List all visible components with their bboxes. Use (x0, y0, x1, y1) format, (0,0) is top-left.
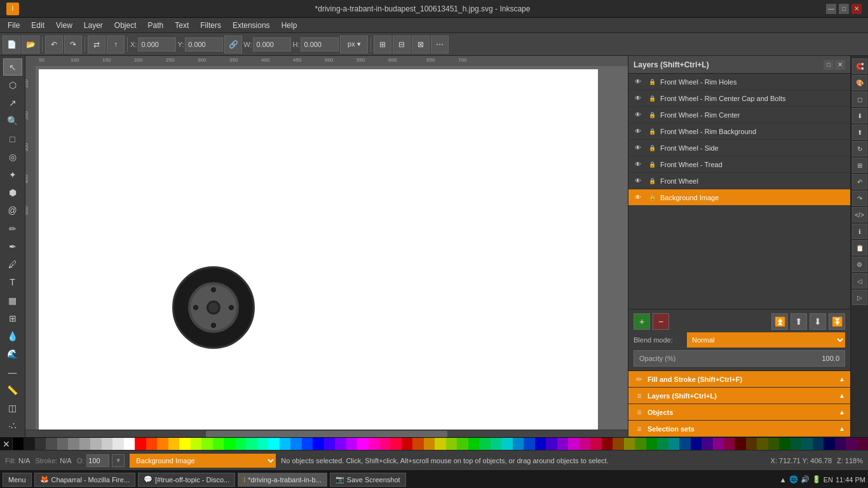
palette-color-26[interactable] (302, 438, 313, 451)
palette-color-3[interactable] (46, 438, 57, 451)
move-layer-top-button[interactable]: ⏫ (771, 313, 788, 330)
layer-item-2[interactable]: Front Wheel - Rim Center (628, 107, 850, 123)
tray-lang[interactable]: EN (824, 476, 833, 484)
palette-color-60[interactable] (679, 438, 690, 451)
lock-aspect-button[interactable]: 🔗 (224, 36, 242, 53)
spiral-tool[interactable]: @ (3, 202, 22, 219)
pen-tool[interactable]: ✒ (3, 238, 22, 255)
transform-button[interactable]: ↻ (852, 141, 867, 156)
star-tool[interactable]: ✦ (3, 166, 22, 183)
node-tool[interactable]: ⬡ (3, 76, 22, 93)
palette-color-69[interactable] (779, 438, 790, 451)
layers-panel-row[interactable]: ≡ Layers (Shift+Ctrl+L) ▲ (628, 388, 850, 404)
palette-color-58[interactable] (657, 438, 668, 451)
palette-color-64[interactable] (724, 438, 735, 451)
fill-dialog-button[interactable]: 🎨 (852, 75, 867, 90)
selection-sets-panel-row[interactable]: ≡ Selection sets ▲ (628, 421, 850, 437)
palette-color-75[interactable] (846, 438, 857, 451)
palette-color-37[interactable] (424, 438, 435, 451)
rect-tool[interactable]: □ (3, 130, 22, 147)
palette-color-50[interactable] (568, 438, 579, 451)
tweak-tool[interactable]: ↗ (3, 94, 22, 111)
circle-tool[interactable]: ◎ (3, 148, 22, 165)
palette-color-0[interactable] (13, 438, 24, 451)
layer-visibility-5[interactable] (632, 159, 644, 170)
palette-color-62[interactable] (702, 438, 712, 451)
zoom-drawing-button[interactable]: ⊠ (412, 36, 430, 53)
palette-color-14[interactable] (168, 438, 179, 451)
palette-color-2[interactable] (35, 438, 46, 451)
palette-color-24[interactable] (280, 438, 290, 451)
horizontal-scrollbar[interactable] (25, 430, 628, 437)
palette-color-16[interactable] (191, 438, 201, 451)
palette-color-57[interactable] (646, 438, 657, 451)
palette-color-43[interactable] (491, 438, 501, 451)
layer-item-1[interactable]: Front Wheel - Rim Center Cap and Bolts (628, 90, 850, 107)
palette-color-66[interactable] (746, 438, 757, 451)
layer-lock-4[interactable] (646, 142, 658, 154)
palette-color-21[interactable] (246, 438, 257, 451)
palette-color-40[interactable] (457, 438, 468, 451)
redo-right-button[interactable]: ↷ (852, 191, 867, 206)
palette-color-56[interactable] (635, 438, 646, 451)
layer-item-0[interactable]: Front Wheel - Rim Holes (628, 74, 850, 90)
palette-color-6[interactable] (79, 438, 90, 451)
scroll-thumb[interactable] (206, 431, 447, 437)
palette-color-52[interactable] (590, 438, 601, 451)
palette-color-38[interactable] (435, 438, 445, 451)
palette-color-7[interactable] (90, 438, 101, 451)
taskbar-menu-button[interactable]: Menu (3, 473, 32, 487)
palette-color-74[interactable] (835, 438, 846, 451)
palette-color-5[interactable] (68, 438, 79, 451)
select-tool[interactable]: ↖ (3, 58, 22, 76)
connector-tool[interactable]: — (3, 363, 22, 381)
palette-color-42[interactable] (479, 438, 490, 451)
tray-audio-icon[interactable]: 🔊 (801, 475, 810, 484)
undo-history-button[interactable]: ↶ (852, 174, 867, 189)
layer-item-3[interactable]: Front Wheel - Rim Background (628, 123, 850, 140)
move-layer-up-button[interactable]: ⬆ (790, 313, 807, 330)
palette-color-20[interactable] (235, 438, 246, 451)
redo-button[interactable]: ↷ (64, 36, 82, 53)
stroke-dialog-button[interactable]: ◻ (852, 92, 867, 107)
layer-lock-5[interactable] (646, 159, 658, 170)
export-button[interactable]: ⬆ (852, 125, 867, 140)
palette-color-17[interactable] (201, 438, 212, 451)
units-button[interactable]: px ▾ (340, 36, 368, 53)
minimize-button[interactable]: — (826, 4, 836, 14)
import-button[interactable]: ⬇ (852, 108, 867, 123)
layer-visibility-4[interactable] (632, 142, 644, 154)
object-props-button[interactable]: ℹ (852, 224, 867, 239)
snap-button[interactable]: 🧲 (852, 58, 867, 74)
panel-close-button[interactable]: ✕ (835, 60, 845, 70)
opacity-status-input[interactable] (86, 454, 109, 467)
palette-color-59[interactable] (668, 438, 679, 451)
taskbar-firefox-button[interactable]: 🦊 Chaparral - Mozilla Fire... (34, 473, 135, 487)
current-layer-select[interactable]: Background Image Front Wheel Front Wheel… (130, 454, 276, 468)
add-layer-button[interactable]: + (634, 313, 650, 330)
xml-editor-button[interactable]: </> (852, 207, 867, 222)
menu-help[interactable]: Help (276, 20, 302, 31)
text-tool[interactable]: T (3, 274, 22, 291)
layer-visibility-3[interactable] (632, 126, 644, 137)
palette-color-41[interactable] (468, 438, 479, 451)
palette-color-39[interactable] (446, 438, 457, 451)
palette-color-44[interactable] (501, 438, 512, 451)
flip-h-button[interactable]: ⇄ (88, 36, 105, 53)
objects-panel-row[interactable]: ≡ Objects ▲ (628, 404, 850, 421)
maximize-button[interactable]: □ (839, 4, 849, 14)
palette-color-12[interactable] (146, 438, 157, 451)
fill-stroke-panel-row[interactable]: ✏ Fill and Stroke (Shift+Ctrl+F) ▲ (628, 371, 850, 388)
palette-color-53[interactable] (602, 438, 613, 451)
menu-file[interactable]: File (3, 20, 25, 31)
palette-color-29[interactable] (335, 438, 346, 451)
tray-network-icon[interactable]: 🌐 (789, 475, 798, 484)
drawing-canvas[interactable] (39, 69, 598, 430)
layer-item-6[interactable]: Front Wheel (628, 173, 850, 189)
zoom-tool[interactable]: 🔍 (3, 112, 22, 130)
zoom-page-button[interactable]: ⊟ (393, 36, 410, 53)
view-button-1[interactable]: ◁ (852, 273, 867, 288)
layer-lock-0[interactable] (646, 76, 658, 88)
measure-tool[interactable]: 📏 (3, 381, 22, 398)
mesh-tool[interactable]: ⊞ (3, 309, 22, 327)
